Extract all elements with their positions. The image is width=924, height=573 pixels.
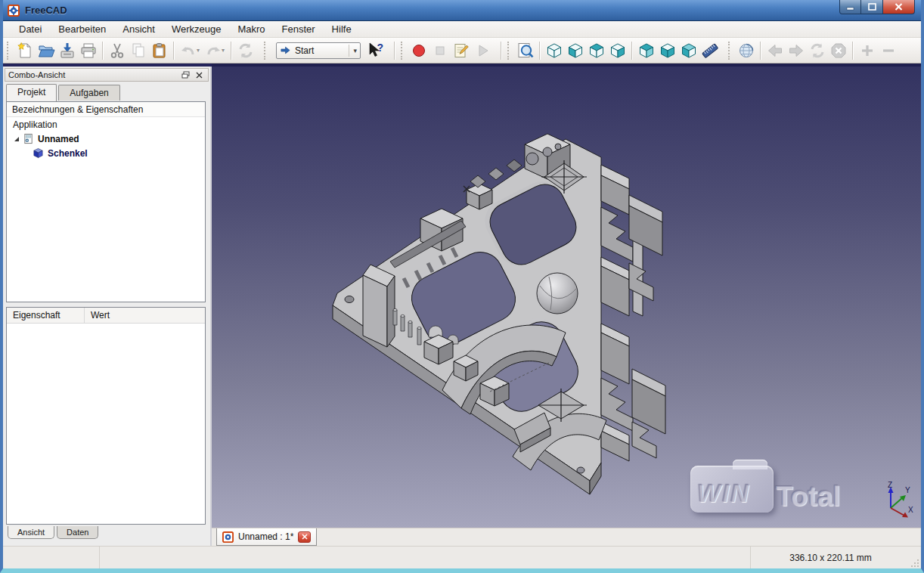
paste-button[interactable]	[149, 40, 170, 61]
tree-row-applikation[interactable]: Applikation	[7, 117, 205, 132]
copy-button[interactable]	[128, 40, 149, 61]
toolbar-drag-handle[interactable]	[401, 42, 406, 60]
workbench-selector[interactable]: Start ▾	[276, 42, 361, 59]
refresh-button[interactable]	[235, 40, 256, 61]
minimize-button[interactable]	[839, 0, 861, 14]
menu-bar: Datei Bearbeiten Ansicht Werkzeuge Makro…	[3, 21, 921, 38]
undo-dropdown-caret[interactable]: ▾	[197, 47, 203, 54]
close-button[interactable]	[883, 0, 915, 14]
tab-daten[interactable]: Daten	[57, 526, 98, 539]
measure-distance-button[interactable]	[699, 40, 721, 61]
float-panel-button[interactable]	[180, 70, 191, 80]
cut-scissors-icon	[108, 42, 126, 60]
macro-play-button[interactable]	[472, 40, 493, 61]
zoom-in-button[interactable]	[857, 40, 878, 61]
print-button[interactable]	[78, 40, 99, 61]
combo-view-titlebar[interactable]: Combo-Ansicht	[5, 68, 209, 82]
view-left-button[interactable]	[678, 40, 699, 61]
new-document-button[interactable]	[14, 40, 36, 61]
watermark-total-text: Total	[776, 481, 841, 513]
document-icon	[23, 133, 34, 144]
redo-dropdown-caret[interactable]: ▾	[222, 47, 228, 54]
toolbar-drag-handle[interactable]	[264, 42, 269, 60]
workbench-caret: ▾	[349, 45, 357, 57]
redo-button[interactable]	[203, 40, 224, 61]
copy-icon	[129, 42, 147, 60]
toolbar-drag-handle[interactable]	[507, 42, 513, 60]
part-cube-icon	[33, 147, 44, 159]
web-back-button[interactable]	[764, 40, 786, 61]
tree-row-schenkel[interactable]: Schenkel	[7, 146, 205, 160]
window-title: FreeCAD	[25, 5, 67, 16]
redo-icon	[204, 42, 222, 60]
menu-makro[interactable]: Makro	[229, 21, 273, 37]
zoom-out-button[interactable]	[878, 40, 899, 61]
web-refresh-button[interactable]	[807, 40, 828, 61]
document-tab[interactable]: Unnamed : 1*	[216, 528, 317, 546]
tab-aufgaben[interactable]: Aufgaben	[58, 85, 119, 101]
stop-icon	[431, 42, 449, 60]
menu-werkzeuge[interactable]: Werkzeuge	[163, 21, 230, 37]
undo-button[interactable]	[178, 40, 199, 61]
web-forward-button[interactable]	[786, 40, 807, 61]
view-right-button[interactable]	[607, 40, 628, 61]
window-controls	[839, 0, 915, 14]
tree-row-unnamed[interactable]: Unnamed	[7, 132, 205, 146]
status-bar: 336.10 x 220.11 mm	[3, 546, 921, 568]
whats-this-icon: ?	[367, 42, 385, 60]
front-view-cube-icon	[566, 42, 584, 60]
document-tab-close-button[interactable]	[298, 531, 311, 543]
open-website-button[interactable]	[736, 40, 757, 61]
open-document-button[interactable]	[36, 40, 57, 61]
cut-button[interactable]	[107, 40, 128, 61]
property-header: Eigenschaft Wert	[7, 308, 205, 324]
paste-clipboard-icon	[150, 42, 169, 60]
tab-close-icon	[302, 534, 308, 540]
menu-bearbeiten[interactable]: Bearbeiten	[50, 21, 114, 37]
property-column-wert[interactable]: Wert	[85, 308, 116, 323]
resize-grip-icon	[911, 559, 919, 567]
status-cell-main	[100, 547, 750, 568]
fit-all-button[interactable]	[515, 40, 536, 61]
menu-ansicht[interactable]: Ansicht	[114, 21, 163, 37]
3d-viewport[interactable]: WIN Total Z Y X	[212, 67, 921, 528]
web-stop-button[interactable]	[828, 40, 849, 61]
toolbar-separator	[852, 42, 854, 60]
menu-datei[interactable]: Datei	[11, 21, 50, 37]
toolbar-drag-handle[interactable]	[7, 42, 12, 60]
menu-hilfe[interactable]: Hilfe	[324, 21, 360, 37]
menu-fenster[interactable]: Fenster	[274, 21, 324, 37]
toolbar-drag-handle[interactable]	[728, 42, 733, 60]
whats-this-button[interactable]: ?	[365, 40, 386, 61]
title-bar: FreeCAD	[0, 0, 924, 21]
macro-edit-button[interactable]	[451, 40, 472, 61]
toolbar-separator	[102, 42, 104, 60]
maximize-button[interactable]	[861, 0, 883, 14]
view-top-button[interactable]	[586, 40, 607, 61]
axis-y-label: Y	[905, 486, 910, 494]
resize-grip[interactable]	[910, 547, 921, 568]
refresh-icon	[237, 42, 255, 60]
tab-projekt[interactable]: Projekt	[6, 84, 57, 101]
macro-record-button[interactable]	[408, 40, 429, 61]
forward-arrow-icon	[787, 42, 805, 60]
tree-item-schenkel-label: Schenkel	[48, 148, 88, 159]
tree-header: Bezeichnungen & Eigenschaften	[7, 102, 205, 117]
view-axonometric-button[interactable]	[544, 40, 565, 61]
view-front-button[interactable]	[565, 40, 586, 61]
toolbar: ▾ ▾ Start ▾	[3, 38, 921, 63]
property-column-eigenschaft[interactable]: Eigenschaft	[7, 308, 85, 323]
tab-ansicht[interactable]: Ansicht	[8, 526, 54, 539]
combo-view-title: Combo-Ansicht	[8, 70, 178, 79]
status-dimensions: 336.10 x 220.11 mm	[750, 547, 910, 568]
save-document-button[interactable]	[57, 40, 78, 61]
close-panel-button[interactable]	[194, 70, 205, 80]
view-bottom-button[interactable]	[657, 40, 678, 61]
expander-icon[interactable]	[13, 135, 20, 143]
float-icon	[181, 71, 190, 79]
minus-icon	[879, 42, 898, 60]
freecad-app-icon	[8, 5, 20, 17]
macro-stop-button[interactable]	[429, 40, 451, 61]
toolbar-separator	[631, 42, 633, 60]
view-rear-button[interactable]	[636, 40, 657, 61]
